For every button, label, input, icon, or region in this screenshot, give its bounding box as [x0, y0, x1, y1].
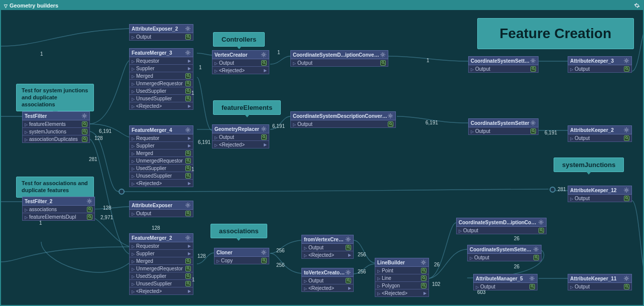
inspect-icon[interactable] — [185, 173, 191, 179]
gear-icon[interactable] — [623, 187, 629, 193]
inspect-icon[interactable] — [261, 258, 267, 263]
port-unusedsupplier[interactable]: ▷UnusedSupplier — [129, 280, 193, 287]
inspect-icon[interactable] — [346, 278, 351, 283]
inspect-icon[interactable] — [185, 258, 191, 264]
junction-dot[interactable] — [119, 189, 125, 195]
inspect-icon[interactable] — [185, 73, 191, 79]
inspect-icon[interactable] — [185, 266, 191, 271]
node-attrkeeper-11[interactable]: AttributeKeeper_11 ▷Output — [568, 274, 632, 290]
inspect-icon[interactable] — [185, 34, 191, 40]
port-rejected[interactable]: ▷<Rejected>▶ — [129, 287, 193, 295]
node-featuremerger-2[interactable]: FeatureMerger_2 ▷Requestor▶ ▷Supplier▶ ▷… — [129, 233, 193, 295]
node-tovertexcreator-3[interactable]: toVertexCreator_3 ▷Output ▷<Rejected>▶ — [301, 268, 354, 292]
inspect-icon[interactable] — [539, 228, 544, 233]
inspect-icon[interactable] — [388, 121, 393, 127]
gear-icon[interactable] — [185, 50, 191, 56]
inspect-icon[interactable] — [624, 284, 629, 289]
canvas[interactable]: ▽Geometry builders — [0, 0, 644, 306]
gear-icon[interactable] — [538, 219, 544, 225]
titlebar[interactable]: ▽Geometry builders — [1, 1, 643, 10]
inspect-icon[interactable] — [624, 196, 629, 201]
gear-icon[interactable] — [530, 120, 536, 126]
port-unmergedrequestor[interactable]: ▷UnmergedRequestor — [129, 80, 193, 87]
gear-icon[interactable] — [623, 58, 629, 64]
inspect-icon[interactable] — [346, 245, 351, 250]
node-attributeexposer[interactable]: AttributeExposer ▷Output — [129, 201, 193, 217]
port-supplier[interactable]: ▷Supplier▶ — [129, 65, 193, 72]
gear-icon[interactable] — [261, 249, 267, 255]
gear-icon[interactable] — [387, 113, 393, 119]
node-cssetter-2[interactable]: CoordinateSystemSetter_2 ▷Output — [467, 245, 542, 261]
inspect-icon[interactable] — [82, 136, 87, 142]
inspect-icon[interactable] — [87, 214, 92, 220]
port-output[interactable]: ▷Output — [290, 59, 388, 67]
gear-icon[interactable] — [185, 127, 191, 133]
junction-dot-b[interactable] — [550, 187, 556, 193]
gear-icon[interactable] — [261, 52, 267, 58]
port-associationduplicates[interactable]: ▷associationDuplicates — [22, 135, 90, 143]
node-csdescconv[interactable]: CoordinateSystemDescriptionConverter ▷Ou… — [290, 111, 396, 128]
port-rejected[interactable]: ▷<Rejected>▶ — [301, 251, 354, 259]
gear-icon[interactable] — [261, 126, 267, 132]
inspect-icon[interactable] — [533, 255, 539, 260]
port-output[interactable]: ▷Output — [290, 120, 396, 128]
port-output[interactable]: ▷Output — [568, 195, 632, 202]
panel-settings-icon[interactable] — [634, 3, 640, 9]
inspect-icon[interactable] — [185, 273, 191, 279]
gear-icon[interactable] — [420, 259, 426, 265]
port-supplier[interactable]: ▷Supplier▶ — [129, 250, 193, 257]
node-cssetter-3[interactable]: CoordinateSystemSetter_3 ▷Output — [468, 56, 539, 73]
port-usedsupplier[interactable]: ▷UsedSupplier — [129, 272, 193, 280]
port-unmergedrequestor[interactable]: ▷UnmergedRequestor — [129, 265, 193, 272]
port-associations[interactable]: ▷associations — [22, 206, 95, 213]
inspect-icon[interactable] — [530, 128, 536, 134]
gear-icon[interactable] — [533, 246, 539, 252]
port-rejected[interactable]: ▷<Rejected>▶ — [212, 67, 269, 74]
gear-icon[interactable] — [345, 236, 351, 242]
inspect-icon[interactable] — [530, 66, 536, 72]
gear-icon[interactable] — [529, 275, 535, 281]
inspect-icon[interactable] — [421, 275, 426, 281]
port-line[interactable]: ▷Line — [375, 274, 429, 282]
gear-icon[interactable] — [185, 26, 191, 32]
port-copy[interactable]: ▷Copy — [214, 257, 269, 264]
port-merged[interactable]: ▷Merged — [129, 257, 193, 265]
inspect-icon[interactable] — [185, 211, 191, 216]
port-output[interactable]: ▷Output — [301, 277, 354, 284]
port-rejected[interactable]: ▷<Rejected>▶ — [212, 141, 269, 148]
node-attributeexposer-2[interactable]: AttributeExposer_2 ▷Output — [129, 24, 193, 41]
port-supplier[interactable]: ▷Supplier▶ — [129, 142, 193, 149]
port-output[interactable]: ▷Output — [212, 59, 269, 67]
port-output[interactable]: ▷Output — [301, 244, 354, 251]
node-attrkeeper-2[interactable]: AttributeKeeper_2 ▷Output — [568, 125, 632, 142]
inspect-icon[interactable] — [624, 135, 629, 141]
node-featuremerger-3[interactable]: FeatureMerger_3 ▷Requestor▶ ▷Supplier▶ ▷… — [129, 48, 193, 110]
inspect-icon[interactable] — [261, 134, 267, 140]
port-output[interactable]: ▷Output — [468, 65, 539, 73]
port-usedsupplier[interactable]: ▷UsedSupplier — [129, 87, 193, 95]
port-featureelements[interactable]: ▷featureElements — [22, 120, 90, 128]
port-usedsupplier[interactable]: ▷UsedSupplier — [129, 165, 193, 172]
port-requestor[interactable]: ▷Requestor▶ — [129, 242, 193, 250]
port-featureelementsdupl[interactable]: ▷featureElementsDupl — [22, 213, 95, 221]
inspect-icon[interactable] — [624, 66, 629, 72]
gear-icon[interactable] — [81, 113, 87, 119]
port-point[interactable]: ▷Point — [375, 267, 429, 274]
gear-icon[interactable] — [185, 202, 191, 208]
inspect-icon[interactable] — [529, 284, 535, 289]
node-testfilter-2[interactable]: TestFilter_2 ▷associations ▷featureEleme… — [22, 197, 95, 221]
node-fromvertexcreator[interactable]: fromVertexCreator ▷Output ▷<Rejected>▶ — [301, 235, 354, 259]
port-output[interactable]: ▷Output — [129, 210, 193, 217]
port-output[interactable]: ▷Output — [568, 134, 632, 142]
inspect-icon[interactable] — [185, 150, 191, 156]
node-csdescconv-3[interactable]: CoordinateSystemD...iptionConverter_3 ▷O… — [290, 50, 388, 67]
gear-icon[interactable] — [530, 58, 536, 64]
inspect-icon[interactable] — [421, 268, 426, 273]
node-cssetter[interactable]: CoordinateSystemSetter ▷Output — [468, 118, 539, 135]
gear-icon[interactable] — [380, 52, 386, 58]
port-rejected[interactable]: ▷<Rejected>▶ — [375, 289, 429, 297]
port-merged[interactable]: ▷Merged — [129, 72, 193, 80]
node-csdescconv-2[interactable]: CoordinateSystemD...iptionConverter_2 ▷O… — [456, 218, 547, 234]
inspect-icon[interactable] — [185, 281, 191, 286]
inspect-icon[interactable] — [185, 166, 191, 171]
